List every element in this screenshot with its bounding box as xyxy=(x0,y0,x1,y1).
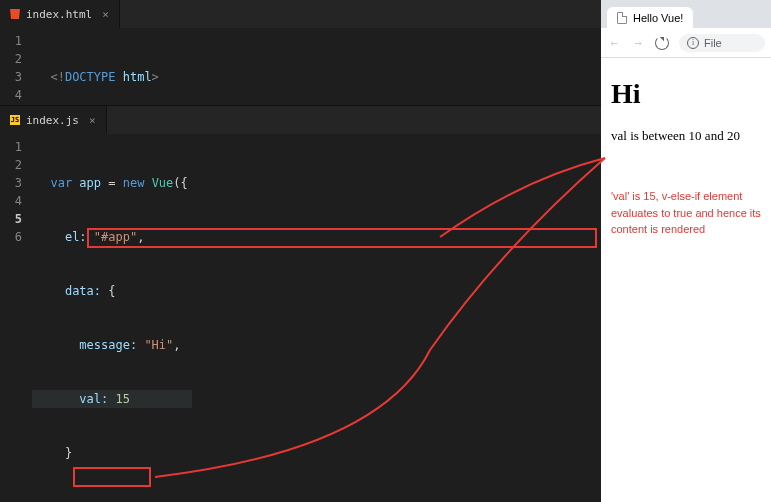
page-heading: Hi xyxy=(611,78,761,110)
line-gutter: 1234567891011121314151617 xyxy=(0,28,32,105)
forward-icon[interactable]: → xyxy=(631,36,645,50)
html-file-icon xyxy=(10,9,20,19)
js-file-icon: JS xyxy=(10,115,20,125)
js-code-pane[interactable]: 123456 var app = new Vue({ el: "#app", d… xyxy=(0,134,601,502)
tab-label: index.html xyxy=(26,8,92,21)
editor-tabs: index.html × xyxy=(0,0,601,28)
tab-index-html[interactable]: index.html × xyxy=(0,0,120,28)
close-icon[interactable]: × xyxy=(89,114,96,127)
close-icon[interactable]: × xyxy=(102,8,109,21)
browser-tab-title: Hello Vue! xyxy=(633,12,683,24)
back-icon[interactable]: ← xyxy=(607,36,621,50)
code-editor: index.html × 1234567891011121314151617 <… xyxy=(0,0,601,502)
url-bar[interactable]: i File xyxy=(679,34,765,52)
url-label: File xyxy=(704,37,722,49)
line-gutter: 123456 xyxy=(0,134,32,502)
browser-preview: Hello Vue! ← → i File Hi val is between … xyxy=(601,0,771,502)
browser-tabs: Hello Vue! xyxy=(601,0,771,28)
tab-label: index.js xyxy=(26,114,79,127)
editor-tabs-lower: JS index.js × xyxy=(0,106,601,134)
tab-index-js[interactable]: JS index.js × xyxy=(0,106,107,134)
page-text: val is between 10 and 20 xyxy=(611,128,761,144)
annotation-text: 'val' is 15, v-else-if element evaluates… xyxy=(611,188,761,238)
html-code-pane[interactable]: 1234567891011121314151617 <!DOCTYPE html… xyxy=(0,28,601,105)
info-icon: i xyxy=(687,37,699,49)
browser-tab[interactable]: Hello Vue! xyxy=(607,7,693,28)
code-lines[interactable]: <!DOCTYPE html> <html> <head> <title>Hel… xyxy=(32,28,560,105)
browser-toolbar: ← → i File xyxy=(601,28,771,58)
code-lines[interactable]: var app = new Vue({ el: "#app", data: { … xyxy=(32,134,192,502)
browser-content: Hi val is between 10 and 20 'val' is 15,… xyxy=(601,58,771,502)
reload-icon[interactable] xyxy=(655,36,669,50)
document-icon xyxy=(617,12,627,24)
